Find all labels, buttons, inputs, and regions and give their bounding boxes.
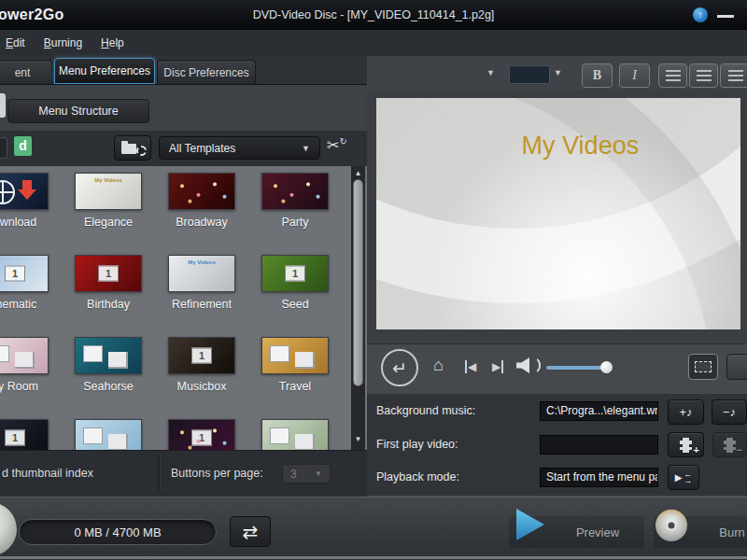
- next-button[interactable]: ▶: [492, 360, 503, 373]
- menu-title-text[interactable]: My Videos: [522, 132, 640, 161]
- template-thumbnail[interactable]: My Videos: [75, 173, 142, 210]
- cropped-structure-button[interactable]: [0, 93, 6, 118]
- bold-button[interactable]: B: [582, 63, 613, 88]
- align-center-button[interactable]: [689, 63, 718, 88]
- align-right-button[interactable]: [720, 63, 747, 88]
- template-thumbnail[interactable]: 1: [168, 337, 235, 374]
- cropped-display-button[interactable]: [726, 354, 747, 380]
- scrollbar-thumb[interactable]: [353, 179, 363, 386]
- template-thumbnail[interactable]: 1: [168, 419, 235, 450]
- template-item[interactable]: My VideosRefinement: [168, 255, 235, 292]
- thumbnail-caption: My Videos: [76, 177, 141, 183]
- playback-mode-field[interactable]: Start from the menu pa...: [540, 468, 658, 487]
- burn-disc-icon: [655, 510, 687, 541]
- template-thumbnail[interactable]: [75, 337, 142, 374]
- thumbnail-index-label[interactable]: d thumbnail index: [2, 467, 93, 480]
- download-templates-button[interactable]: ✂↻: [327, 136, 347, 154]
- first-play-video-label: First play video:: [376, 438, 458, 451]
- buttons-per-page-label: Buttons per page:: [171, 467, 263, 480]
- tv-safe-zone-button[interactable]: [688, 354, 718, 380]
- template-item[interactable]: 1: [0, 419, 49, 450]
- template-thumbnail[interactable]: 1: [75, 255, 142, 292]
- minus-icon: −: [737, 444, 742, 455]
- upgrade-icon[interactable]: ↑: [693, 7, 708, 22]
- template-item[interactable]: Seahorse: [75, 337, 142, 374]
- tab-disc-preferences[interactable]: Disc Preferences: [157, 60, 256, 84]
- menu-item-edit[interactable]: Edit: [3, 35, 28, 51]
- tab-content[interactable]: ent: [0, 60, 52, 84]
- capacity-meter: 0 MB / 4700 MB: [19, 519, 217, 545]
- plus-icon: +: [694, 444, 699, 455]
- safe-zone-icon: [695, 361, 712, 372]
- template-item[interactable]: 1inematic: [0, 255, 49, 292]
- template-item[interactable]: 1Musicbox: [168, 337, 235, 374]
- menu-item-help[interactable]: Help: [98, 35, 127, 51]
- templates-filter-dropdown[interactable]: All Templates ▼: [159, 136, 320, 160]
- template-label: Birthday: [57, 298, 160, 311]
- template-item[interactable]: Travel: [261, 337, 329, 374]
- volume-knob[interactable]: [600, 361, 613, 373]
- thumbnail-caption: 1: [98, 266, 119, 282]
- template-thumbnail[interactable]: 1: [0, 419, 49, 450]
- template-thumbnail[interactable]: [0, 337, 49, 374]
- template-thumbnail[interactable]: [261, 337, 329, 374]
- template-item[interactable]: My VideosElegance: [75, 173, 142, 210]
- cropped-toolbar-button[interactable]: [0, 137, 7, 159]
- template-thumbnail[interactable]: My Videos: [168, 255, 235, 292]
- buttons-per-page-value: 3: [290, 468, 297, 481]
- template-item[interactable]: 1Birthday: [75, 255, 142, 292]
- template-item[interactable]: Party: [261, 173, 329, 210]
- align-left-button[interactable]: [658, 63, 687, 88]
- template-item[interactable]: [261, 419, 329, 450]
- background-music-field[interactable]: C:\Progra...\elegant.wma: [540, 401, 658, 421]
- options-divider: [159, 455, 160, 491]
- menu-preview[interactable]: My Videos: [376, 98, 740, 329]
- folder-icon: [121, 144, 136, 154]
- filmstrip-icon: [724, 438, 736, 453]
- template-item[interactable]: by Room: [0, 337, 49, 374]
- align-lines-icon: [666, 70, 681, 81]
- first-play-video-field[interactable]: [540, 435, 658, 455]
- buttons-per-page-dropdown[interactable]: 3 ▼: [282, 464, 331, 483]
- font-size-dropdown[interactable]: ▼: [554, 68, 562, 77]
- font-size-input[interactable]: [509, 65, 550, 84]
- previous-button[interactable]: ◀: [465, 360, 476, 373]
- menu-item-burning[interactable]: Burning: [41, 35, 85, 51]
- add-music-button[interactable]: +♪: [668, 399, 704, 425]
- menu-structure-button[interactable]: Menu Structure: [7, 99, 149, 123]
- directorzone-icon[interactable]: d: [14, 136, 32, 156]
- template-thumbnail[interactable]: [261, 419, 329, 450]
- minimize-button[interactable]: [717, 15, 734, 18]
- gear-icon: [136, 146, 147, 156]
- template-item[interactable]: 1: [168, 419, 235, 450]
- italic-button[interactable]: I: [619, 63, 650, 88]
- template-thumbnail[interactable]: [0, 173, 49, 210]
- bottom-edge-line: [0, 556, 747, 559]
- thumbnail-caption: 1: [5, 430, 25, 446]
- swap-disc-button[interactable]: ⇄: [230, 516, 271, 547]
- import-template-button[interactable]: [114, 135, 151, 161]
- remove-music-button[interactable]: −♪: [712, 399, 747, 425]
- template-item[interactable]: [75, 419, 142, 450]
- filmstrip-icon: [680, 438, 692, 453]
- template-label: Party: [244, 216, 346, 229]
- playback-mode-button[interactable]: ▶ ←→: [668, 465, 699, 490]
- loop-arrows-icon: ←→: [684, 471, 692, 484]
- font-family-dropdown[interactable]: ▼: [374, 62, 500, 84]
- template-thumbnail[interactable]: 1: [261, 255, 329, 292]
- scrollbar-up-button[interactable]: ▲: [351, 169, 365, 177]
- template-label: Elegance: [57, 216, 160, 229]
- template-thumbnail[interactable]: [168, 173, 235, 210]
- template-thumbnail[interactable]: [75, 419, 142, 450]
- add-video-button[interactable]: +: [668, 432, 704, 457]
- template-thumbnail[interactable]: [261, 173, 329, 210]
- template-thumbnail[interactable]: 1: [0, 255, 49, 292]
- home-button[interactable]: ⌂: [433, 356, 444, 375]
- tab-menu-preferences[interactable]: Menu Preferences: [54, 58, 155, 84]
- scrollbar-down-button[interactable]: ▼: [351, 435, 365, 443]
- remove-video-button[interactable]: −: [712, 432, 747, 457]
- return-button[interactable]: ↵: [381, 349, 418, 386]
- template-item[interactable]: Broadway: [168, 173, 235, 210]
- template-item[interactable]: 1Seed: [261, 255, 329, 292]
- template-item[interactable]: ownload: [0, 173, 49, 210]
